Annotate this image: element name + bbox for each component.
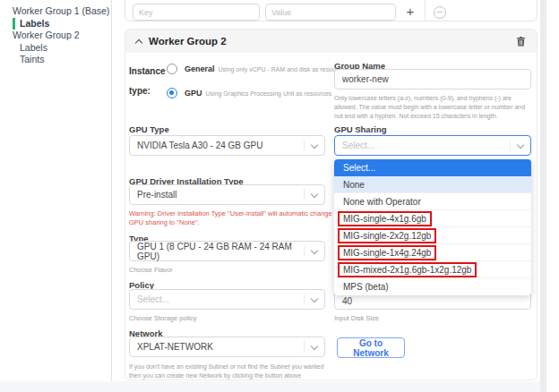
sidebar-item-taints[interactable]: Taints (0, 54, 111, 66)
gpu-sharing-placeholder: Select... (342, 141, 374, 150)
option-label: MPS (beta) (343, 282, 389, 292)
policy-placeholder: Select... (137, 294, 169, 304)
gpu-type-value: NVIDIA Tesla A30 - 24 GB GPU (137, 141, 262, 150)
gpu-driver-value: Pre-install (137, 190, 176, 200)
key-input[interactable] (133, 4, 260, 21)
chevron-down-icon (311, 342, 318, 349)
collapse-chevron-icon[interactable] (135, 38, 142, 46)
delete-group-button[interactable] (516, 36, 526, 47)
panel-header: Worker Group 2 (125, 30, 537, 53)
select-arrow-zone (304, 341, 324, 353)
network-helper: If you don't have an existing Subnet or … (129, 362, 333, 379)
driver-warning-text: Warning: Driver Installation Type "User-… (129, 209, 333, 226)
radio-general-icon (167, 64, 177, 74)
labels-key-value-card: + (125, 0, 538, 21)
sidebar-item-labels-2[interactable]: Labels (0, 42, 111, 55)
disk-size-value: 40 (342, 296, 352, 306)
network-value: XPLAT-NETWORK (137, 342, 213, 352)
dropdown-option-none[interactable]: None (334, 176, 531, 193)
instance-type-label: Instance type: (129, 62, 166, 101)
option-label: MIG-single-4x1g.6gb (343, 214, 426, 224)
go-to-network-button[interactable]: Go to Network (337, 337, 405, 358)
policy-select[interactable]: Select... (129, 289, 325, 310)
red-highlight-box: MIG-single-1x4g.24gb (338, 245, 436, 260)
gpu-type-select[interactable]: NVIDIA Tesla A30 - 24 GB GPU (129, 135, 325, 156)
dropdown-option-select[interactable]: Select... (334, 159, 531, 176)
select-arrow-zone (510, 140, 530, 151)
select-arrow-zone (304, 140, 324, 151)
dropdown-option-mig-single-2x2g[interactable]: MIG-single-2x2g.12gb (334, 227, 531, 244)
sidebar: Worker Group 1 (Base) Labels Worker Grou… (0, 0, 112, 381)
chevron-down-icon (311, 246, 318, 253)
dropdown-option-none-with-operator[interactable]: None with Operator (334, 193, 531, 210)
value-input[interactable] (265, 4, 396, 21)
option-label: Select... (343, 163, 375, 173)
main-content: + Worker Group 2 Instance type: (125, 0, 538, 392)
option-label: MIG-mixed-2x1g.6gb-1x2g.12gb (343, 265, 471, 275)
option-label: None (343, 180, 365, 190)
gpu-sharing-dropdown: Select... None None with Operator MIG-si… (334, 159, 531, 295)
flavor-value: GPU 1 (8 CPU - 24 GB RAM - 24 RAM GPU) (137, 242, 304, 261)
red-highlight-box: MIG-mixed-2x1g.6gb-1x2g.12gb (338, 262, 477, 277)
panel-title: Worker Group 2 (149, 36, 227, 47)
group-name-input[interactable] (334, 69, 531, 89)
red-highlight-box: MIG-single-4x1g.6gb (338, 211, 432, 226)
divider (425, 0, 426, 21)
network-select[interactable]: XPLAT-NETWORK (129, 337, 325, 357)
worker-group-2-panel: Worker Group 2 Instance type: General Us… (125, 29, 538, 380)
chevron-down-icon (311, 294, 318, 302)
radio-general-description: Using only vCPU - RAM and disk as resour… (219, 66, 348, 72)
gpu-sharing-select[interactable]: Select... (334, 135, 531, 156)
flavor-helper: Choose Flavor (129, 266, 173, 275)
gpu-sharing-label: GPU Sharing (334, 124, 387, 134)
gpu-driver-select[interactable]: Pre-install (129, 184, 325, 205)
radio-gpu-label: GPU (185, 89, 202, 98)
dropdown-option-mig-single-1x4g[interactable]: MIG-single-1x4g.24gb (334, 244, 531, 261)
dropdown-option-mig-single-4x1g[interactable]: MIG-single-4x1g.6gb (334, 210, 531, 227)
red-highlight-box: MIG-single-2x2g.12gb (338, 228, 436, 243)
radio-general-label: General (185, 64, 215, 73)
add-row-icon[interactable]: + (403, 4, 417, 18)
dropdown-option-mps-beta[interactable]: MPS (beta) (334, 278, 531, 295)
flavor-select[interactable]: GPU 1 (8 CPU - 24 GB RAM - 24 RAM GPU) (129, 241, 325, 261)
radio-general[interactable]: General Using only vCPU - RAM and disk a… (167, 64, 348, 74)
select-arrow-zone (304, 245, 324, 257)
sidebar-item-labels-1-active[interactable]: Labels (13, 18, 111, 30)
worker-group-form-screen: Worker Group 1 (Base) Labels Worker Grou… (0, 0, 559, 392)
chevron-down-icon (311, 190, 318, 197)
radio-gpu[interactable]: GPU Using Graphics Processing Unit as re… (167, 88, 331, 98)
dropdown-option-mig-mixed[interactable]: MIG-mixed-2x1g.6gb-1x2g.12gb (334, 261, 531, 278)
panel-body: Instance type: General Using only vCPU -… (125, 53, 537, 380)
chevron-down-icon (311, 141, 318, 148)
chevron-down-icon (517, 141, 524, 148)
option-label: MIG-single-1x4g.24gb (343, 248, 431, 258)
radio-gpu-icon (167, 88, 177, 98)
trash-icon (516, 36, 526, 47)
remove-row-icon[interactable] (434, 6, 446, 19)
scrollbar[interactable] (540, 0, 546, 392)
gpu-type-label: GPU Type (129, 124, 169, 134)
select-arrow-zone (304, 294, 324, 305)
radio-gpu-description: Using Graphics Processing Unit as resour… (206, 90, 332, 97)
group-name-helper: Only lowercase letters (a-z), numbers (0… (334, 94, 533, 121)
option-label: None with Operator (343, 197, 421, 207)
sidebar-item-worker-group-1[interactable]: Worker Group 1 (Base) (0, 5, 111, 18)
select-arrow-zone (304, 189, 324, 200)
policy-helper: Choose Storage policy (129, 314, 196, 323)
disk-size-helper: Input Disk Size (334, 314, 379, 323)
sidebar-item-worker-group-2[interactable]: Worker Group 2 (0, 30, 111, 42)
option-label: MIG-single-2x2g.12gb (343, 231, 431, 241)
